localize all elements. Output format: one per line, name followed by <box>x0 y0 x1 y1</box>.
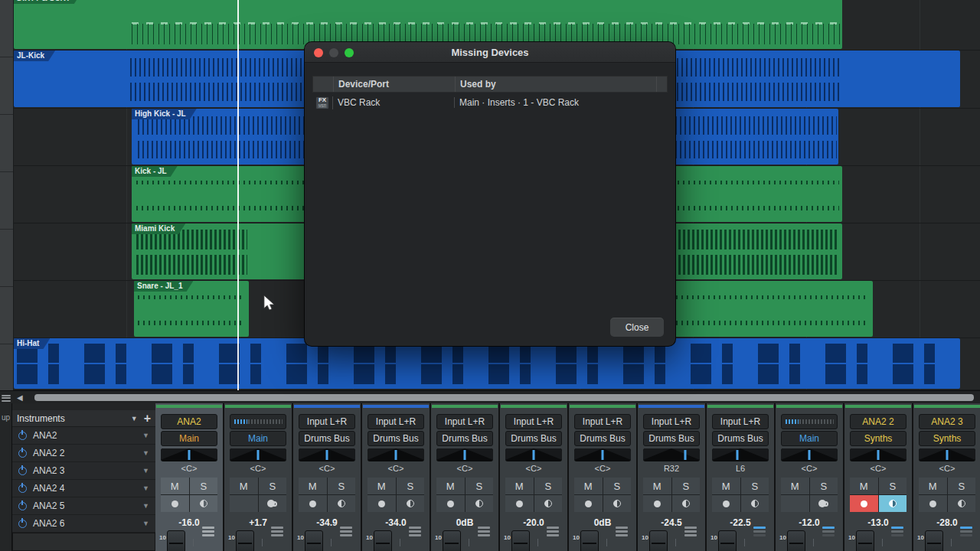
channel-bus-label[interactable]: Main <box>781 431 838 446</box>
mute-button[interactable]: M <box>436 478 465 494</box>
solo-button[interactable]: S <box>190 478 218 494</box>
fader-handle[interactable] <box>580 530 599 551</box>
pan-handle[interactable] <box>464 450 466 460</box>
mixer-channel[interactable]: Input L+R Drums Bus L6 M S -22.5 10 <box>707 403 774 551</box>
fader-handle[interactable] <box>305 530 323 551</box>
solo-button[interactable]: S <box>879 478 907 494</box>
channel-bus-label[interactable]: Drums Bus <box>712 431 769 446</box>
pan-value[interactable]: <C> <box>844 464 912 473</box>
scroll-left-arrow-icon[interactable]: ◀ <box>17 392 23 403</box>
close-button[interactable]: Close <box>610 318 664 337</box>
channel-menu-icon[interactable] <box>271 525 283 538</box>
chevron-down-icon[interactable]: ▼ <box>142 484 149 492</box>
pan-value[interactable]: L6 <box>707 464 774 473</box>
instrument-list-item[interactable]: ANA2 ▼ <box>12 427 155 445</box>
solo-button[interactable]: S <box>466 478 494 494</box>
stereo-link-toggle[interactable] <box>259 495 287 512</box>
monitor-button[interactable] <box>672 495 701 512</box>
mixer-channel[interactable]: ANA2 2 Synths <C> M S -13.0 10 <box>844 403 912 551</box>
channel-menu-icon[interactable] <box>340 525 352 538</box>
solo-button[interactable]: S <box>397 478 425 494</box>
channel-input-label[interactable]: Input L+R <box>436 414 493 429</box>
record-arm-button[interactable] <box>643 495 671 512</box>
pan-slider[interactable] <box>230 448 286 461</box>
close-window-icon[interactable] <box>314 48 323 57</box>
mute-button[interactable]: M <box>161 478 189 494</box>
mute-button[interactable]: M <box>850 478 878 494</box>
pan-handle[interactable] <box>257 450 260 460</box>
fader-handle[interactable] <box>443 530 461 551</box>
chevron-down-icon[interactable]: ▼ <box>142 467 149 474</box>
record-arm-button[interactable] <box>712 495 740 512</box>
pan-value[interactable]: <C> <box>293 464 361 473</box>
pan-slider[interactable] <box>850 448 906 461</box>
pan-value[interactable]: <C> <box>776 464 843 473</box>
fader-handle[interactable] <box>787 530 805 551</box>
channel-input-label[interactable]: Input L+R <box>712 414 769 429</box>
channel-menu-icon[interactable] <box>891 525 903 538</box>
chevron-down-icon[interactable]: ▼ <box>142 502 149 510</box>
channel-bus-label[interactable]: Main <box>230 431 286 446</box>
fader-handle[interactable] <box>511 530 530 551</box>
instrument-list-item[interactable]: ANA2 2 ▼ <box>12 445 155 462</box>
pan-handle[interactable] <box>946 450 949 460</box>
fader-handle[interactable] <box>925 530 943 551</box>
pan-value[interactable]: <C> <box>155 464 223 473</box>
mixer-channel[interactable]: Input L+R Drums Bus <C> M S -34.0 10 <box>362 403 430 551</box>
pan-slider[interactable] <box>712 448 769 461</box>
record-arm-button[interactable] <box>505 495 534 512</box>
mixer-channel[interactable]: Input L+R Drums Bus <C> M S 0dB 10 <box>569 403 636 551</box>
monitor-button[interactable] <box>190 495 218 512</box>
mute-button[interactable]: M <box>368 478 396 494</box>
minimize-window-icon[interactable] <box>329 48 338 57</box>
channel-menu-icon[interactable] <box>409 525 421 538</box>
chevron-down-icon[interactable]: ▼ <box>142 432 149 439</box>
pan-slider[interactable] <box>161 448 217 461</box>
monitor-button[interactable] <box>328 495 356 512</box>
add-instrument-button[interactable]: + <box>144 413 151 424</box>
power-icon[interactable] <box>18 432 27 440</box>
scrollbar-menu-icon[interactable] <box>2 393 11 403</box>
monitor-button[interactable] <box>603 495 632 512</box>
record-arm-button[interactable] <box>299 495 327 512</box>
record-arm-button[interactable] <box>368 495 396 512</box>
pan-slider[interactable] <box>781 448 838 461</box>
mixer-channel[interactable]: Main <C> M S -12.0 10 <box>776 403 843 551</box>
channel-input-label[interactable]: ANA2 <box>161 414 217 429</box>
fader-handle[interactable] <box>649 530 668 551</box>
monitor-button[interactable] <box>230 495 258 512</box>
mute-button[interactable]: M <box>781 478 809 494</box>
monitor-button[interactable] <box>948 495 976 512</box>
channel-input-label[interactable]: Input L+R <box>574 414 631 429</box>
channel-input-label[interactable]: Input L+R <box>643 414 700 429</box>
mixer-channel[interactable]: Input L+R Drums Bus R32 M S -24.5 10 <box>638 403 705 551</box>
pan-handle[interactable] <box>602 450 604 460</box>
channel-menu-icon[interactable] <box>753 525 766 538</box>
channel-input-label[interactable]: Input L+R <box>368 414 424 429</box>
stereo-link-toggle[interactable] <box>810 495 838 512</box>
solo-button[interactable]: S <box>948 478 976 494</box>
monitor-button[interactable] <box>397 495 425 512</box>
fader-handle[interactable] <box>167 530 185 551</box>
solo-button[interactable]: S <box>603 478 632 494</box>
fader-handle[interactable] <box>236 530 254 551</box>
channel-bus-label[interactable]: Drums Bus <box>574 431 631 446</box>
table-row[interactable]: FX VST VBC Rack Main · Inserts · 1 - VBC… <box>312 93 668 112</box>
pan-handle[interactable] <box>326 450 328 460</box>
mute-button[interactable]: M <box>574 478 603 494</box>
channel-input-label[interactable]: ANA2 3 <box>919 414 975 429</box>
channel-bus-label[interactable]: Synths <box>919 431 975 446</box>
pan-slider[interactable] <box>574 448 631 461</box>
monitor-button[interactable] <box>466 495 494 512</box>
channel-bus-label[interactable]: Synths <box>850 431 906 446</box>
pan-slider[interactable] <box>643 448 700 461</box>
mute-button[interactable]: M <box>712 478 740 494</box>
solo-button[interactable]: S <box>810 478 838 494</box>
fader-handle[interactable] <box>718 530 737 551</box>
power-icon[interactable] <box>18 467 27 475</box>
power-icon[interactable] <box>18 484 27 493</box>
mixer-channel[interactable]: Main <C> M S +1.7 10 <box>224 403 292 551</box>
channel-input-label[interactable]: ANA2 2 <box>850 414 906 429</box>
instrument-list-item[interactable]: ANA2 4 ▼ <box>12 480 155 497</box>
pan-handle[interactable] <box>188 450 191 460</box>
